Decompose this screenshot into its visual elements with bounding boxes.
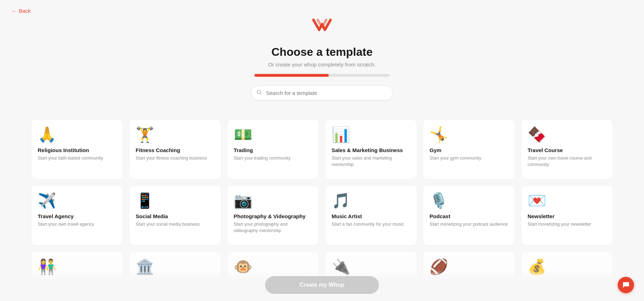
card-icon-fitness-coaching: 🏋️	[136, 127, 214, 142]
template-card-travel-course[interactable]: 🍫Travel CourseStart your own travel cour…	[521, 119, 613, 179]
card-icon-newsletter: 💌	[528, 193, 606, 208]
card-desc-travel-course: Start your own travel course and communi…	[528, 155, 606, 168]
progress-bar-fill	[254, 74, 329, 77]
card-icon-tech: 🔌	[332, 259, 410, 274]
search-container	[251, 85, 393, 101]
template-card-photography-videography[interactable]: 📷Photography & VideographyStart your pho…	[227, 185, 319, 246]
template-grid-container: 🙏Religious InstitutionStart your faith-b…	[20, 119, 624, 301]
card-icon-institution: 🏛️	[136, 259, 214, 274]
card-title-photography-videography: Photography & Videography	[234, 213, 312, 219]
card-desc-travel-agency: Start your own travel agency	[38, 221, 116, 227]
card-icon-travel-agency: ✈️	[38, 193, 116, 208]
template-grid: 🙏Religious InstitutionStart your faith-b…	[31, 119, 613, 179]
card-icon-monkey: 🐵	[234, 259, 312, 274]
template-card-newsletter[interactable]: 💌NewsletterStart monetizing your newslet…	[521, 185, 613, 246]
template-card-travel-agency[interactable]: ✈️Travel AgencyStart your own travel age…	[31, 185, 123, 246]
back-label: Back	[19, 8, 31, 14]
card-title-institution: Institution	[136, 279, 214, 285]
card-title-newsletter: Newsletter	[528, 213, 606, 219]
template-grid-row2: ✈️Travel AgencyStart your own travel age…	[31, 185, 613, 246]
template-card-money[interactable]: 💰Finance	[521, 251, 613, 301]
template-card-fitness-coaching[interactable]: 🏋️Fitness CoachingStart your fitness coa…	[129, 119, 221, 179]
card-title-travel-course: Travel Course	[528, 147, 606, 153]
card-icon-music-artist: 🎵	[332, 193, 410, 208]
template-card-trading[interactable]: 💵TradingStart your trading community	[227, 119, 319, 179]
template-card-social-media[interactable]: 📱Social MediaStart your social media bus…	[129, 185, 221, 246]
page-header: Choose a template Or create your whop co…	[0, 0, 644, 119]
card-title-podcast: Podcast	[429, 213, 508, 219]
card-title-gym: Gym	[429, 147, 508, 153]
card-desc-religious-institution: Start your faith-based community	[38, 155, 116, 161]
card-icon-sales-marketing: 📊	[332, 127, 410, 142]
card-icon-social-media: 📱	[136, 193, 214, 208]
card-desc-podcast: Start monetizing your podcast audience	[429, 221, 508, 227]
card-icon-travel-course: 🍫	[528, 127, 606, 142]
search-input[interactable]	[251, 85, 393, 101]
back-button[interactable]: ← Back	[11, 8, 31, 14]
card-title-trading: Trading	[234, 147, 312, 153]
card-title-music-artist: Music Artist	[332, 213, 410, 219]
card-desc-trading: Start your trading community	[234, 155, 312, 161]
template-card-music-artist[interactable]: 🎵Music ArtistStart a fan community for y…	[325, 185, 417, 246]
template-card-gym[interactable]: 🤸GymStart your gym community	[423, 119, 515, 179]
card-title-travel-agency: Travel Agency	[38, 213, 116, 219]
progress-bar-container	[254, 74, 390, 77]
card-icon-sports: 🏈	[429, 259, 508, 274]
card-icon-money: 💰	[528, 259, 606, 274]
card-title-money: Finance	[528, 279, 606, 285]
card-desc-newsletter: Start monetizing your newsletter	[528, 221, 606, 227]
logo-svg	[311, 17, 333, 34]
card-icon-photography-videography: 📷	[234, 193, 312, 208]
template-card-sports[interactable]: 🏈Sports	[423, 251, 515, 301]
template-card-institution[interactable]: 🏛️Institution	[129, 251, 221, 301]
chat-button[interactable]	[618, 277, 634, 293]
template-card-dating[interactable]: 👫Dating	[31, 251, 123, 301]
card-desc-social-media: Start your social media business	[136, 221, 214, 227]
template-card-religious-institution[interactable]: 🙏Religious InstitutionStart your faith-b…	[31, 119, 123, 179]
page-title: Choose a template	[271, 45, 373, 59]
card-desc-gym: Start your gym community	[429, 155, 508, 161]
search-icon	[257, 90, 262, 97]
card-icon-dating: 👫	[38, 259, 116, 274]
card-icon-trading: 💵	[234, 127, 312, 142]
card-desc-fitness-coaching: Start your fitness coaching business	[136, 155, 214, 161]
card-icon-gym: 🤸	[429, 127, 508, 142]
card-title-sales-marketing: Sales & Marketing Business	[332, 147, 410, 153]
card-title-dating: Dating	[38, 279, 116, 285]
svg-line-1	[260, 93, 262, 95]
back-arrow-icon: ←	[11, 8, 17, 14]
card-title-fitness-coaching: Fitness Coaching	[136, 147, 214, 153]
card-title-social-media: Social Media	[136, 213, 214, 219]
card-title-religious-institution: Religious Institution	[38, 147, 116, 153]
card-desc-sales-marketing: Start your sales and marketing mentorshi…	[332, 155, 410, 168]
logo	[311, 17, 333, 36]
card-title-sports: Sports	[429, 279, 508, 285]
card-icon-podcast: 🎙️	[429, 193, 508, 208]
page-subtitle: Or create your whop completely from scra…	[268, 61, 376, 68]
card-icon-religious-institution: 🙏	[38, 127, 116, 142]
template-card-sales-marketing[interactable]: 📊Sales & Marketing BusinessStart your sa…	[325, 119, 417, 179]
card-desc-photography-videography: Start your photography and videography m…	[234, 221, 312, 234]
template-card-podcast[interactable]: 🎙️PodcastStart monetizing your podcast a…	[423, 185, 515, 246]
create-whop-button[interactable]: Create my Whop	[265, 276, 379, 294]
card-desc-music-artist: Start a fan community for your music	[332, 221, 410, 227]
